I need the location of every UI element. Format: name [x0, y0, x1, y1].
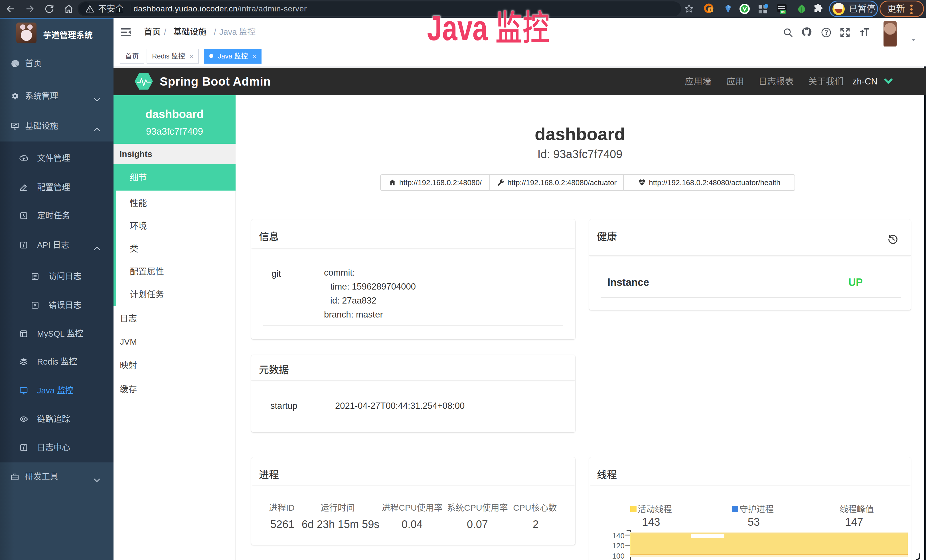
svg-text:1: 1 — [709, 8, 711, 12]
svg-text:on: on — [781, 10, 785, 14]
